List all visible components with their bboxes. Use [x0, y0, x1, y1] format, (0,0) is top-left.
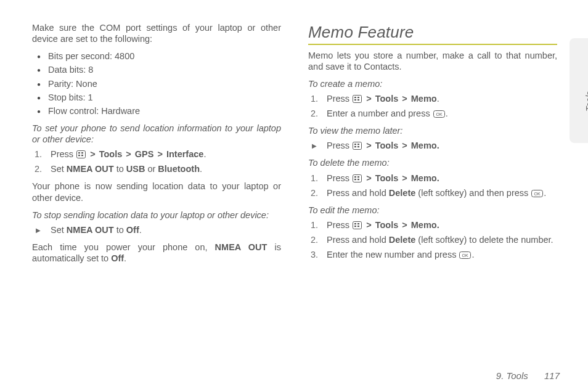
menu-path: GPS	[135, 149, 154, 159]
setting-value: Bluetooth	[158, 164, 200, 174]
ok-icon: OK	[459, 251, 471, 259]
side-tab-label: Tools	[584, 91, 588, 112]
svg-rect-14	[357, 144, 359, 145]
text: .	[544, 188, 546, 198]
text: Set	[51, 164, 67, 174]
svg-rect-0	[77, 151, 86, 158]
text: (left softkey) to delete the number.	[415, 235, 553, 245]
ok-icon: OK	[531, 190, 543, 197]
page: Make sure the COM port settings of your …	[0, 0, 588, 392]
ok-icon: OK	[433, 110, 445, 118]
com-intro: Make sure the COM port settings of your …	[32, 22, 281, 44]
svg-rect-24	[353, 221, 362, 229]
gt-icon: >	[365, 220, 372, 230]
text: Press	[327, 94, 352, 104]
setting-value: Off	[126, 225, 139, 235]
key-name: Delete	[389, 188, 416, 198]
list-item: Data bits: 8	[48, 64, 281, 75]
svg-rect-13	[354, 144, 356, 145]
menu-path: Tools	[375, 220, 399, 230]
text: Press	[327, 173, 352, 183]
text: Press and hold	[327, 188, 389, 198]
menu-icon	[76, 150, 86, 158]
setting-name: NMEA OUT	[67, 225, 114, 235]
step: Press > Tools > Memo.	[324, 93, 557, 104]
gt-icon: >	[365, 173, 372, 183]
step: Press and hold Delete (left softkey) and…	[324, 187, 557, 198]
right-column: Memo Feature Memo lets you store a numbe…	[308, 22, 557, 392]
list-item: Bits per second: 4800	[48, 51, 281, 62]
menu-path: Tools	[375, 141, 399, 150]
list-item: Flow control: Hardware	[48, 105, 281, 116]
step: Enter the new number and press OK .	[324, 249, 557, 260]
text: to	[114, 225, 126, 235]
text: Enter the new number and press	[327, 250, 459, 259]
gt-icon: >	[125, 149, 132, 159]
menu-icon	[353, 142, 362, 150]
gt-icon: >	[365, 141, 372, 150]
setting-name: NMEA OUT	[215, 242, 267, 252]
page-number: 117	[544, 370, 560, 381]
text: .	[139, 225, 142, 235]
key-name: Delete	[389, 235, 416, 245]
svg-rect-19	[357, 176, 359, 178]
svg-rect-17	[353, 174, 362, 182]
svg-rect-12	[353, 142, 362, 150]
menu-path: Memo.	[411, 220, 439, 230]
list-item: Parity: None	[48, 78, 281, 89]
text: .	[446, 108, 448, 118]
stop-steps: Set NMEA OUT to Off.	[32, 224, 281, 235]
setting-name: NMEA OUT	[67, 164, 114, 174]
svg-rect-6	[354, 97, 356, 98]
left-column: Make sure the COM port settings of your …	[32, 22, 281, 392]
text: Each time you power your phone on,	[32, 242, 215, 252]
menu-path: Memo	[411, 94, 437, 104]
footer: 9. Tools 117	[496, 370, 560, 381]
svg-text:OK: OK	[462, 253, 468, 258]
step: Set NMEA OUT to Off.	[48, 224, 281, 235]
step: Press > Tools > Memo.	[324, 140, 557, 151]
menu-icon	[353, 221, 362, 229]
menu-path: Memo.	[411, 173, 439, 183]
gt-icon: >	[401, 220, 408, 230]
step: Enter a number and press OK .	[324, 108, 557, 119]
svg-rect-28	[357, 226, 359, 227]
create-steps: Press > Tools > Memo. Enter a number and…	[308, 93, 557, 119]
step: Press > Tools > GPS > Interface.	[48, 149, 281, 160]
setting-value: Off	[111, 253, 124, 263]
section-title: Memo Feature	[308, 22, 557, 45]
svg-rect-1	[78, 152, 80, 153]
view-steps: Press > Tools > Memo.	[308, 140, 557, 151]
step: Press and hold Delete (left softkey) to …	[324, 234, 557, 245]
menu-icon	[353, 174, 362, 182]
svg-rect-2	[81, 152, 83, 153]
list-item: Stop bits: 1	[48, 92, 281, 103]
sending-note: Your phone is now sending location data …	[32, 181, 281, 203]
svg-text:OK: OK	[534, 192, 541, 196]
menu-path: Tools	[99, 149, 123, 159]
side-tab: Tools	[570, 38, 588, 143]
text: Set	[51, 225, 67, 235]
gt-icon: >	[89, 149, 96, 159]
lead-send-location: To set your phone to send location infor…	[32, 123, 281, 145]
text: .	[437, 94, 439, 104]
svg-rect-9	[357, 99, 359, 100]
text: .	[472, 250, 474, 259]
text: (left softkey) and then press	[415, 188, 531, 198]
svg-rect-21	[357, 179, 359, 180]
step: Set NMEA OUT to USB or Bluetooth.	[48, 163, 281, 174]
text: Press	[51, 149, 76, 159]
menu-path: Memo.	[411, 141, 439, 150]
svg-rect-3	[78, 155, 80, 156]
svg-rect-15	[354, 146, 356, 147]
svg-rect-27	[354, 226, 356, 227]
step: Press > Tools > Memo.	[324, 173, 557, 184]
lead-view: To view the memo later:	[308, 125, 557, 136]
svg-rect-7	[357, 97, 359, 98]
text: to	[114, 164, 126, 174]
text: .	[200, 164, 202, 174]
svg-rect-8	[354, 99, 356, 100]
edit-steps: Press > Tools > Memo. Press and hold Del…	[308, 219, 557, 260]
svg-text:OK: OK	[436, 112, 442, 116]
menu-path: Tools	[375, 94, 399, 104]
